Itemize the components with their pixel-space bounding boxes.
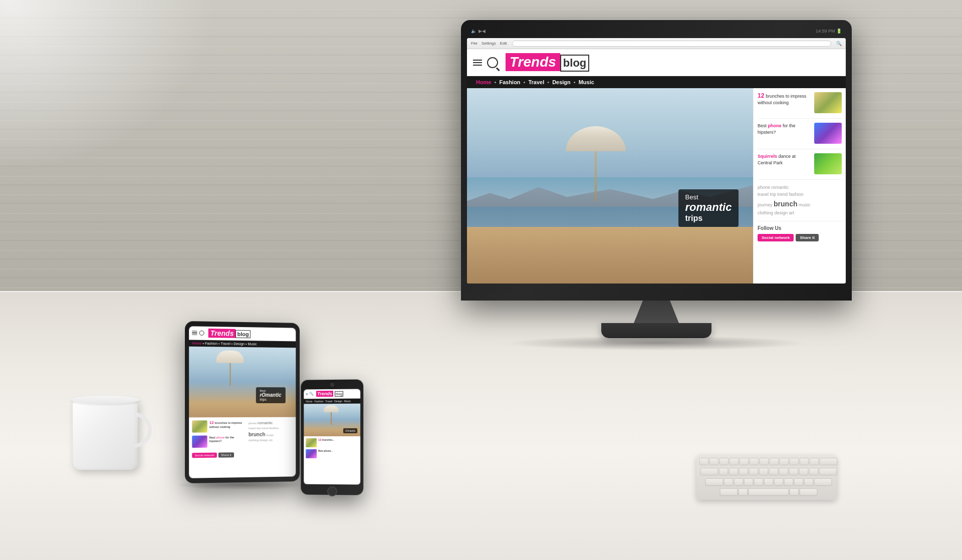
nav-fashion[interactable]: Fashion [496, 79, 523, 85]
key-ctrl-right[interactable] [800, 488, 817, 495]
edit-menu[interactable]: Edit [500, 41, 507, 46]
tablet-count-1: 12 [209, 420, 214, 425]
tablet-hero: Best rOmantic trips [189, 347, 296, 418]
social-buttons: Social network Share it [758, 234, 842, 241]
file-menu[interactable]: File [471, 41, 477, 46]
key[interactable] [749, 468, 758, 475]
tablet-nav-home[interactable]: Home [192, 342, 201, 345]
tablet-content: 12 brunches to impress without cooking B… [189, 417, 296, 461]
key[interactable] [770, 458, 779, 465]
sidebar-article-2: Best phone for the hipsters? [758, 123, 842, 144]
search-browser-icon[interactable]: 🔍 [836, 41, 842, 46]
tablet-umbrella-top [216, 350, 244, 363]
key[interactable] [800, 458, 809, 465]
search-icon[interactable] [487, 57, 498, 68]
phone-thumb-1 [306, 438, 317, 447]
key[interactable] [729, 468, 738, 475]
browser-address-bar[interactable] [512, 41, 831, 47]
tag-cloud: phone romantic travel trip trend fashion… [758, 184, 842, 217]
key[interactable] [790, 458, 799, 465]
site-hero: Best rOmantic trips [467, 88, 753, 284]
key[interactable] [769, 468, 778, 475]
key-ctrl[interactable] [720, 488, 738, 495]
tablet-thumb-2 [192, 436, 207, 448]
tablet-nav-music[interactable]: Music [248, 342, 257, 346]
phone-screen: ≡ 🔍 Trends blog Home · Fashion · Travel … [304, 389, 360, 485]
nav-home[interactable]: Home [473, 79, 495, 85]
key-shift[interactable] [814, 478, 832, 485]
hero-trips-label: trips [685, 214, 732, 223]
phone-hero-overlay: rOmantic [343, 428, 357, 433]
key-enter[interactable] [819, 468, 837, 475]
key[interactable] [804, 478, 813, 485]
tablet-umbrella-pole [229, 363, 230, 386]
tablet-social-btn[interactable]: Social network [192, 453, 217, 458]
tablet-article-2: Best phone for the hipsters? [192, 435, 246, 448]
phone-count-1: 12 [318, 438, 322, 441]
tag-trip: trip [770, 192, 778, 197]
tablet-site-header: Trends blog [189, 326, 296, 341]
social-network-btn[interactable]: Social network [758, 234, 794, 241]
sidebar-article-1-text: 12 brunches to impress without cooking [758, 92, 811, 106]
key[interactable] [724, 478, 733, 485]
tablet-container: Trends blog Home • Fashion • Travel • De… [185, 321, 300, 483]
key[interactable] [764, 478, 773, 485]
monitor-shadow [506, 336, 807, 351]
key[interactable] [794, 478, 803, 485]
key[interactable] [709, 458, 718, 465]
phone-article-1-text: 12 brunches... [318, 438, 335, 447]
key[interactable] [760, 458, 769, 465]
key[interactable] [779, 468, 788, 475]
tablet-hamburger-icon[interactable] [192, 331, 197, 335]
tablet-search-icon[interactable] [199, 331, 204, 336]
tablet-nav-fashion[interactable]: Fashion [205, 342, 217, 345]
key[interactable] [740, 458, 749, 465]
settings-menu[interactable]: Settings [482, 41, 496, 46]
key[interactable] [774, 478, 783, 485]
phone-content: 12 brunches... Best phone... [304, 436, 360, 462]
key[interactable] [809, 468, 818, 475]
hamburger-menu-icon[interactable] [473, 60, 482, 66]
tablet-nav-travel[interactable]: Travel [220, 342, 230, 345]
phone-search-icon[interactable]: 🔍 [309, 392, 314, 396]
key-tab[interactable] [700, 468, 718, 475]
share-it-btn[interactable]: Share it [796, 234, 818, 241]
key[interactable] [744, 478, 753, 485]
keyboard[interactable] [696, 455, 837, 500]
phone-container: ≡ 🔍 Trends blog Home · Fashion · Travel … [301, 379, 363, 495]
key[interactable] [730, 458, 739, 465]
phone-hamburger-icon[interactable]: ≡ [306, 392, 308, 396]
key[interactable] [799, 468, 808, 475]
tag-fashion: fashion [789, 192, 804, 197]
key-alt[interactable] [739, 488, 748, 495]
key[interactable] [719, 458, 729, 465]
nav-design[interactable]: Design [549, 79, 574, 85]
keyboard-row-1 [699, 458, 837, 466]
key-backspace[interactable] [820, 458, 837, 465]
sidebar-divider-4 [758, 221, 842, 221]
key[interactable] [699, 458, 708, 465]
nav-travel[interactable]: Travel [525, 79, 547, 85]
phone-home-button[interactable] [327, 486, 337, 496]
key[interactable] [750, 458, 759, 465]
tablet-frame: Trends blog Home • Fashion • Travel • De… [185, 321, 300, 483]
key[interactable] [784, 478, 793, 485]
key[interactable] [789, 468, 798, 475]
key[interactable] [780, 458, 789, 465]
key-caps[interactable] [705, 478, 723, 485]
key[interactable] [759, 468, 768, 475]
key[interactable] [734, 478, 743, 485]
battery-icon: 🔋 [836, 29, 842, 34]
key[interactable] [739, 468, 748, 475]
key-space[interactable] [749, 488, 789, 495]
key[interactable] [754, 478, 763, 485]
nav-music[interactable]: Music [576, 79, 597, 85]
monitor-time: 14:59 PM [816, 29, 835, 34]
key[interactable] [810, 458, 819, 465]
tablet-share-btn[interactable]: Share it [218, 452, 234, 457]
tablet-tag-brunch: brunch [249, 432, 266, 437]
monitor-screen: File Settings Edit 🔍 [467, 38, 846, 284]
key-alt-right[interactable] [790, 488, 799, 495]
tablet-nav-design[interactable]: Design [233, 342, 245, 346]
key[interactable] [719, 468, 728, 475]
